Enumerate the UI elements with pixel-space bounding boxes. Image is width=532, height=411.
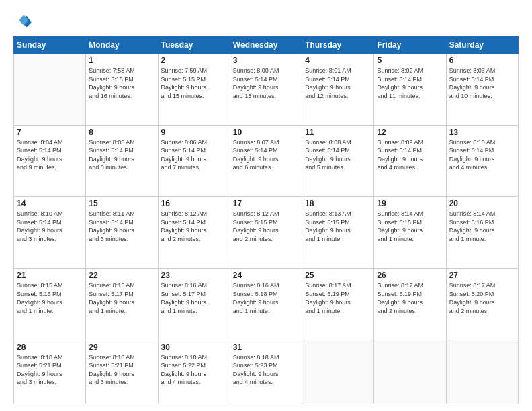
- cell-info: Sunrise: 8:12 AM Sunset: 5:14 PM Dayligh…: [161, 210, 227, 243]
- cell-info: Sunrise: 8:17 AM Sunset: 5:20 PM Dayligh…: [449, 281, 515, 315]
- day-number: 24: [233, 271, 299, 280]
- day-number: 28: [17, 342, 83, 352]
- cell-info: Sunrise: 8:05 AM Sunset: 5:14 PM Dayligh…: [89, 138, 154, 172]
- cell-info: Sunrise: 8:15 AM Sunset: 5:16 PM Dayligh…: [17, 281, 83, 315]
- weekday-header-monday: Monday: [86, 37, 158, 54]
- cell-info: Sunrise: 8:06 AM Sunset: 5:14 PM Dayligh…: [161, 138, 227, 172]
- week-row-2: 7Sunrise: 8:04 AM Sunset: 5:14 PM Daylig…: [14, 125, 519, 197]
- calendar-table: SundayMondayTuesdayWednesdayThursdayFrid…: [13, 36, 519, 404]
- day-number: 4: [305, 56, 371, 65]
- calendar-cell: 1Sunrise: 7:58 AM Sunset: 5:15 PM Daylig…: [86, 54, 158, 126]
- day-number: 1: [89, 56, 154, 65]
- cell-info: Sunrise: 8:15 AM Sunset: 5:17 PM Dayligh…: [89, 281, 154, 315]
- week-row-5: 28Sunrise: 8:18 AM Sunset: 5:21 PM Dayli…: [14, 340, 519, 404]
- day-number: 11: [305, 128, 371, 137]
- calendar-cell: 24Sunrise: 8:16 AM Sunset: 5:18 PM Dayli…: [230, 268, 302, 340]
- page: SundayMondayTuesdayWednesdayThursdayFrid…: [0, 0, 532, 411]
- calendar-cell: 22Sunrise: 8:15 AM Sunset: 5:17 PM Dayli…: [86, 268, 158, 340]
- day-number: 16: [161, 199, 227, 208]
- calendar-cell: 31Sunrise: 8:18 AM Sunset: 5:23 PM Dayli…: [230, 340, 302, 404]
- day-number: 7: [17, 128, 83, 137]
- cell-info: Sunrise: 8:10 AM Sunset: 5:14 PM Dayligh…: [17, 210, 83, 243]
- cell-info: Sunrise: 8:16 AM Sunset: 5:17 PM Dayligh…: [161, 281, 227, 315]
- cell-info: Sunrise: 8:10 AM Sunset: 5:14 PM Dayligh…: [449, 138, 515, 172]
- cell-info: Sunrise: 8:09 AM Sunset: 5:14 PM Dayligh…: [377, 138, 443, 172]
- logo-icon: [13, 12, 32, 31]
- calendar-cell: 17Sunrise: 8:12 AM Sunset: 5:15 PM Dayli…: [230, 197, 302, 269]
- week-row-1: 1Sunrise: 7:58 AM Sunset: 5:15 PM Daylig…: [14, 54, 519, 126]
- calendar-cell: 4Sunrise: 8:01 AM Sunset: 5:14 PM Daylig…: [302, 54, 374, 126]
- day-number: 12: [377, 128, 443, 137]
- day-number: 19: [377, 199, 443, 208]
- cell-info: Sunrise: 8:14 AM Sunset: 5:16 PM Dayligh…: [449, 210, 515, 243]
- header: [13, 12, 519, 31]
- weekday-header-tuesday: Tuesday: [158, 37, 230, 54]
- calendar-cell: 8Sunrise: 8:05 AM Sunset: 5:14 PM Daylig…: [86, 125, 158, 197]
- weekday-header-saturday: Saturday: [446, 37, 518, 54]
- calendar-cell: 15Sunrise: 8:11 AM Sunset: 5:14 PM Dayli…: [86, 197, 158, 269]
- calendar-cell: [14, 54, 86, 126]
- calendar-cell: 19Sunrise: 8:14 AM Sunset: 5:15 PM Dayli…: [374, 197, 446, 269]
- day-number: 6: [449, 56, 515, 65]
- calendar-cell: 26Sunrise: 8:17 AM Sunset: 5:19 PM Dayli…: [374, 268, 446, 340]
- calendar-cell: 28Sunrise: 8:18 AM Sunset: 5:21 PM Dayli…: [14, 340, 86, 404]
- day-number: 20: [449, 199, 515, 208]
- day-number: 13: [449, 128, 515, 137]
- cell-info: Sunrise: 8:17 AM Sunset: 5:19 PM Dayligh…: [377, 281, 443, 315]
- calendar-cell: 10Sunrise: 8:07 AM Sunset: 5:14 PM Dayli…: [230, 125, 302, 197]
- calendar-cell: 2Sunrise: 7:59 AM Sunset: 5:15 PM Daylig…: [158, 54, 230, 126]
- calendar-cell: 11Sunrise: 8:08 AM Sunset: 5:14 PM Dayli…: [302, 125, 374, 197]
- day-number: 10: [233, 128, 299, 137]
- week-row-4: 21Sunrise: 8:15 AM Sunset: 5:16 PM Dayli…: [14, 268, 519, 340]
- cell-info: Sunrise: 8:03 AM Sunset: 5:14 PM Dayligh…: [449, 66, 515, 100]
- calendar-cell: [374, 340, 446, 404]
- calendar-cell: 14Sunrise: 8:10 AM Sunset: 5:14 PM Dayli…: [14, 197, 86, 269]
- day-number: 2: [161, 56, 227, 65]
- cell-info: Sunrise: 8:08 AM Sunset: 5:14 PM Dayligh…: [305, 138, 371, 172]
- day-number: 18: [305, 199, 371, 208]
- cell-info: Sunrise: 8:17 AM Sunset: 5:19 PM Dayligh…: [305, 281, 371, 315]
- calendar-cell: 16Sunrise: 8:12 AM Sunset: 5:14 PM Dayli…: [158, 197, 230, 269]
- day-number: 22: [89, 271, 154, 280]
- day-number: 3: [233, 56, 299, 65]
- calendar-cell: 27Sunrise: 8:17 AM Sunset: 5:20 PM Dayli…: [446, 268, 518, 340]
- calendar-cell: 3Sunrise: 8:00 AM Sunset: 5:14 PM Daylig…: [230, 54, 302, 126]
- calendar-cell: 12Sunrise: 8:09 AM Sunset: 5:14 PM Dayli…: [374, 125, 446, 197]
- day-number: 26: [377, 271, 443, 280]
- calendar-cell: 20Sunrise: 8:14 AM Sunset: 5:16 PM Dayli…: [446, 197, 518, 269]
- cell-info: Sunrise: 8:02 AM Sunset: 5:14 PM Dayligh…: [377, 66, 443, 100]
- cell-info: Sunrise: 8:16 AM Sunset: 5:18 PM Dayligh…: [233, 281, 299, 315]
- weekday-header-row: SundayMondayTuesdayWednesdayThursdayFrid…: [14, 37, 519, 54]
- calendar-cell: 6Sunrise: 8:03 AM Sunset: 5:14 PM Daylig…: [446, 54, 518, 126]
- weekday-header-thursday: Thursday: [302, 37, 374, 54]
- cell-info: Sunrise: 7:59 AM Sunset: 5:15 PM Dayligh…: [161, 66, 227, 100]
- logo: [13, 12, 35, 31]
- day-number: 21: [17, 271, 83, 280]
- calendar-cell: 9Sunrise: 8:06 AM Sunset: 5:14 PM Daylig…: [158, 125, 230, 197]
- cell-info: Sunrise: 8:14 AM Sunset: 5:15 PM Dayligh…: [377, 210, 443, 243]
- weekday-header-wednesday: Wednesday: [230, 37, 302, 54]
- calendar-cell: 29Sunrise: 8:18 AM Sunset: 5:21 PM Dayli…: [86, 340, 158, 404]
- cell-info: Sunrise: 8:01 AM Sunset: 5:14 PM Dayligh…: [305, 66, 371, 100]
- day-number: 31: [233, 342, 299, 352]
- cell-info: Sunrise: 8:18 AM Sunset: 5:23 PM Dayligh…: [233, 353, 299, 387]
- day-number: 15: [89, 199, 154, 208]
- cell-info: Sunrise: 8:18 AM Sunset: 5:22 PM Dayligh…: [161, 353, 227, 387]
- day-number: 14: [17, 199, 83, 208]
- cell-info: Sunrise: 8:18 AM Sunset: 5:21 PM Dayligh…: [89, 353, 154, 387]
- cell-info: Sunrise: 8:00 AM Sunset: 5:14 PM Dayligh…: [233, 66, 299, 100]
- day-number: 30: [161, 342, 227, 352]
- day-number: 25: [305, 271, 371, 280]
- calendar-cell: 13Sunrise: 8:10 AM Sunset: 5:14 PM Dayli…: [446, 125, 518, 197]
- cell-info: Sunrise: 8:13 AM Sunset: 5:15 PM Dayligh…: [305, 210, 371, 243]
- calendar-cell: 30Sunrise: 8:18 AM Sunset: 5:22 PM Dayli…: [158, 340, 230, 404]
- calendar-cell: [446, 340, 518, 404]
- day-number: 17: [233, 199, 299, 208]
- day-number: 9: [161, 128, 227, 137]
- day-number: 29: [89, 342, 154, 352]
- cell-info: Sunrise: 8:12 AM Sunset: 5:15 PM Dayligh…: [233, 210, 299, 243]
- cell-info: Sunrise: 8:07 AM Sunset: 5:14 PM Dayligh…: [233, 138, 299, 172]
- cell-info: Sunrise: 7:58 AM Sunset: 5:15 PM Dayligh…: [89, 66, 154, 100]
- calendar-cell: 23Sunrise: 8:16 AM Sunset: 5:17 PM Dayli…: [158, 268, 230, 340]
- cell-info: Sunrise: 8:18 AM Sunset: 5:21 PM Dayligh…: [17, 353, 83, 387]
